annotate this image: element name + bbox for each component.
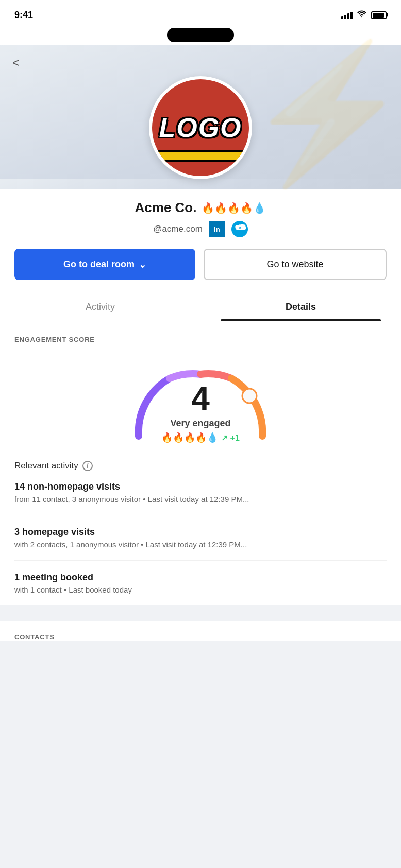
status-time: 9:41 — [14, 10, 33, 21]
activity-desc-2: with 2 contacts, 1 anonymous visitor • L… — [14, 540, 387, 549]
relevant-activity-section: Relevant activity i 14 non-homepage visi… — [14, 461, 387, 605]
gauge-fires: 🔥🔥🔥🔥💧 ↗ +1 — [161, 432, 240, 443]
activity-item-2: 3 homepage visits with 2 contacts, 1 ano… — [14, 527, 387, 561]
svg-text:sf: sf — [239, 227, 241, 229]
activity-title-1: 14 non-homepage visits — [14, 481, 387, 492]
company-fires: 🔥🔥🔥🔥💧 — [202, 202, 266, 214]
action-buttons: Go to deal room ⌄ Go to website — [0, 249, 401, 292]
back-button[interactable]: < — [12, 56, 20, 70]
activity-title-3: 1 meeting booked — [14, 572, 387, 583]
activity-item-1: 14 non-homepage visits from 11 contact, … — [14, 481, 387, 515]
main-content: ENGAGEMENT SCORE 4 Very engaged — [0, 321, 401, 605]
contacts-section: CONTACTS — [0, 617, 401, 641]
engagement-score-section: ENGAGEMENT SCORE 4 Very engaged — [14, 336, 387, 446]
gauge-delta: ↗ +1 — [221, 433, 240, 443]
hero-section: < LOGO — [0, 45, 401, 189]
wifi-icon — [357, 10, 367, 20]
salesforce-icon[interactable]: sf — [231, 221, 248, 237]
activity-desc-1: from 11 contact, 3 anonymous visitor • L… — [14, 495, 387, 504]
gauge-label: Very engaged — [161, 418, 240, 429]
svg-point-1 — [242, 389, 257, 403]
deal-room-label: Go to deal room — [63, 259, 135, 270]
tab-activity[interactable]: Activity — [0, 292, 201, 321]
relevant-activity-header: Relevant activity i — [14, 461, 387, 471]
activity-item-3: 1 meeting booked with 1 contact • Last b… — [14, 572, 387, 605]
gauge-chart: 4 Very engaged 🔥🔥🔥🔥💧 ↗ +1 — [14, 354, 387, 446]
activity-desc-3: with 1 contact • Last booked today — [14, 585, 387, 594]
gauge-score: 4 — [161, 382, 240, 415]
company-handle: @acme.com — [153, 224, 203, 234]
contacts-title: CONTACTS — [14, 633, 387, 641]
company-info: Acme Co. 🔥🔥🔥🔥💧 @acme.com in sf — [0, 189, 401, 249]
company-logo: LOGO — [149, 76, 252, 179]
company-name: Acme Co. — [135, 200, 197, 216]
deal-room-button[interactable]: Go to deal room ⌄ — [14, 249, 195, 280]
engagement-score-title: ENGAGEMENT SCORE — [14, 336, 387, 343]
tabs: Activity Details — [0, 292, 401, 321]
gauge-center: 4 Very engaged 🔥🔥🔥🔥💧 ↗ +1 — [161, 382, 240, 443]
status-icons — [341, 10, 387, 20]
linkedin-icon[interactable]: in — [209, 221, 225, 237]
relevant-activity-label: Relevant activity — [14, 461, 78, 471]
info-icon[interactable]: i — [82, 461, 93, 471]
battery-icon — [371, 11, 387, 19]
status-bar: 9:41 — [0, 0, 401, 28]
logo-stripe — [152, 150, 249, 162]
tab-details[interactable]: Details — [201, 292, 401, 321]
dropdown-chevron: ⌄ — [139, 259, 146, 270]
company-handle-row: @acme.com in sf — [153, 221, 248, 237]
logo-text: LOGO — [159, 112, 242, 143]
website-button[interactable]: Go to website — [204, 249, 387, 280]
activity-title-2: 3 homepage visits — [14, 527, 387, 537]
signal-icon — [341, 11, 353, 19]
website-label: Go to website — [266, 259, 323, 270]
company-name-row: Acme Co. 🔥🔥🔥🔥💧 — [135, 200, 266, 216]
